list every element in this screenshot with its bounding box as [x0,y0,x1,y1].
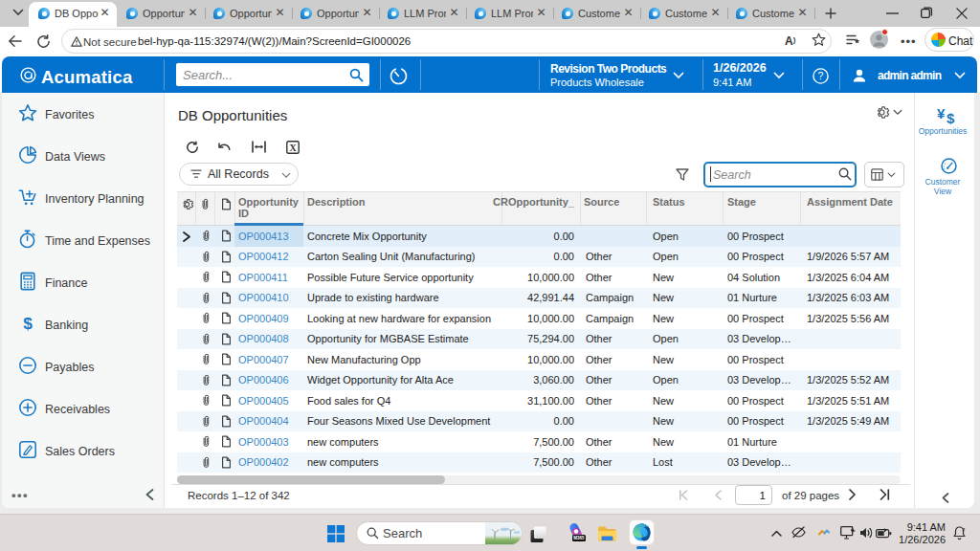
svg-text:?: ? [818,70,824,81]
svg-text:z: z [963,526,966,532]
